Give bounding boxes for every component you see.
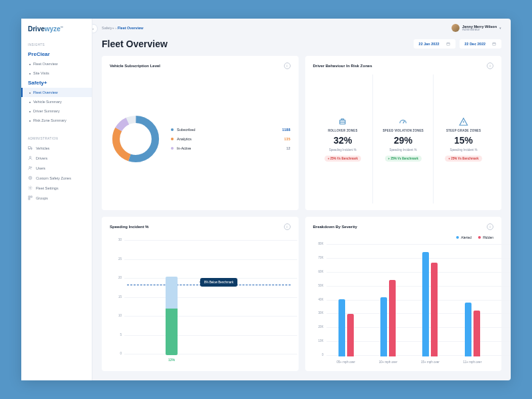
card-title: Speeding Incident % — [110, 225, 149, 229]
breadcrumb-parent[interactable]: Safety+ — [102, 26, 114, 30]
warning-triangle-icon — [459, 117, 468, 126]
zone-value: 32% — [333, 135, 352, 146]
date-to-value: 22 Dec 2022 — [465, 42, 486, 46]
x-category: 11+ mph over — [463, 361, 481, 364]
svg-point-3 — [29, 156, 31, 158]
info-icon[interactable]: i — [284, 223, 291, 230]
nav-category-preclear[interactable]: PreClear — [21, 49, 92, 59]
nav-preclear-site-visits[interactable]: Site Visits — [21, 68, 92, 78]
svg-point-4 — [29, 166, 31, 168]
y-tick: 20K — [313, 325, 324, 329]
date-range: 22 Jan 2022 22 Dec 2022 — [414, 39, 501, 49]
svg-rect-0 — [28, 147, 31, 149]
bar-alerted — [338, 299, 345, 356]
zone-steep-grade: STEEP GRADE ZONES 15% Speeding Incident … — [434, 74, 493, 203]
card-speeding: Speeding Incident % i 30 25 20 15 10 5 0 — [102, 217, 299, 371]
bar-group: 05+ mph over — [338, 242, 354, 356]
zone-sublabel: Speeding Incident % — [390, 148, 417, 152]
topbar: ‹ Safety+ › Fleet Overview Jenny Merry W… — [92, 19, 511, 37]
svg-point-8 — [30, 188, 31, 189]
breakdown-chart: Alerted Ridden 80K 70K 60K 50K 40K 30K 2… — [313, 235, 494, 364]
nav-admin-label: Vehicles — [36, 146, 50, 150]
nav-preclear-fleet-overview[interactable]: Fleet Overview — [21, 59, 92, 68]
svg-point-7 — [30, 178, 31, 179]
legend-dot — [171, 138, 174, 140]
legend-dot — [171, 147, 174, 150]
zone-badge: + 25% Vs Benchmark — [325, 156, 361, 162]
bar-group: 11+ mph over — [465, 242, 480, 356]
zone-badge: + 25% Vs Benchmark — [445, 156, 481, 162]
nav-admin-label: Users — [36, 166, 45, 170]
info-icon[interactable]: i — [487, 223, 493, 230]
calendar-icon — [446, 42, 450, 46]
date-to-picker[interactable]: 22 Dec 2022 — [460, 39, 502, 49]
card-subscription: Vehicle Subscription Level i Subscribed1… — [102, 56, 299, 210]
nav-safety-driver-summary[interactable]: Driver Summary — [21, 106, 92, 116]
card-title: Breakdown By Severity — [313, 225, 358, 229]
nav-admin-users[interactable]: Users — [21, 163, 92, 173]
admin-section-label: ADMINISTRATION — [21, 133, 92, 143]
legend-row: Analytics135 — [171, 137, 291, 141]
legend-label: Subscribed — [177, 128, 196, 132]
zone-badge: + 25% Vs Benchmark — [385, 156, 422, 162]
date-from-value: 22 Jan 2022 — [419, 42, 440, 46]
avatar — [452, 24, 460, 32]
svg-point-5 — [31, 167, 31, 168]
info-icon[interactable]: i — [284, 63, 291, 69]
bar-alerted — [380, 297, 387, 356]
breadcrumb-current: Fleet Overview — [118, 26, 144, 30]
legend-dot — [478, 236, 481, 239]
breadcrumb-sep: › — [115, 26, 116, 30]
nav-safety-risk-zone-summary[interactable]: Risk Zone Summary — [21, 116, 92, 125]
gear-icon — [28, 186, 33, 190]
page-title: Fleet Overview — [102, 39, 168, 49]
chevron-down-icon: ▾ — [499, 26, 501, 30]
speeding-bar: 12% — [166, 238, 178, 355]
user-icon — [28, 156, 33, 160]
legend-value: 135 — [284, 137, 290, 141]
x-category: 15+ mph over — [421, 361, 440, 364]
x-category: 05+ mph over — [336, 361, 355, 364]
nav-admin-settings[interactable]: Fleet Settings — [21, 183, 92, 193]
user-text: Jenny Merry Wilson Administrator — [462, 25, 497, 32]
svg-rect-13 — [493, 43, 496, 45]
y-tick: 80K — [313, 242, 324, 245]
y-tick: 15 — [110, 295, 122, 299]
y-tick: 60K — [313, 270, 324, 273]
legend-value: 1188 — [282, 128, 290, 132]
y-tick: 50K — [313, 284, 324, 287]
nav-admin-groups[interactable]: Groups — [21, 193, 92, 203]
zone-value: 29% — [394, 135, 412, 146]
chevron-left-icon: ‹ — [92, 27, 94, 31]
zone-label: STEEP GRADE ZONES — [446, 129, 481, 132]
breadcrumb: Safety+ › Fleet Overview — [102, 26, 144, 30]
legend-dot — [456, 236, 459, 239]
card-title: Driver Behaviour In Risk Zones — [313, 64, 372, 68]
brand-part2: wyze — [45, 25, 61, 33]
subscription-donut-chart — [110, 113, 162, 165]
legend-dot — [171, 128, 174, 131]
nav-admin-label: Drivers — [36, 156, 47, 160]
zones-row: ROLLOVER ZONES 32% Speeding Incident % +… — [313, 74, 494, 203]
subscription-legend: Subscribed1188 Analytics135 In-Active12 — [171, 128, 291, 150]
nav-admin-vehicles[interactable]: Vehicles — [21, 143, 92, 153]
nav-admin-zones[interactable]: Custom Safety Zones — [21, 173, 92, 183]
sidebar-collapse-button[interactable]: ‹ — [92, 24, 98, 33]
y-axis: 30 25 20 15 10 5 0 — [110, 238, 122, 355]
nav-safety-vehicle-summary[interactable]: Vehicle Summary — [21, 97, 92, 106]
date-from-picker[interactable]: 22 Jan 2022 — [414, 39, 456, 49]
zone-label: ROLLOVER ZONES — [328, 129, 358, 132]
user-menu[interactable]: Jenny Merry Wilson Administrator ▾ — [452, 24, 501, 32]
nav-admin-drivers[interactable]: Drivers — [21, 153, 92, 163]
rollover-icon — [338, 117, 347, 126]
info-icon[interactable]: i — [487, 63, 493, 69]
benchmark-tooltip: 8% Below Benchmark — [200, 278, 237, 287]
y-tick: 25 — [110, 257, 122, 261]
legend-label: Analytics — [177, 137, 192, 141]
nav-category-safety[interactable]: Safety+ — [21, 78, 92, 88]
legend-value: 12 — [286, 146, 290, 150]
bar-alerted — [422, 252, 429, 356]
nav-safety-fleet-overview[interactable]: Fleet Overview — [21, 88, 92, 97]
main-area: ‹ Safety+ › Fleet Overview Jenny Merry W… — [92, 19, 511, 380]
truck-icon — [28, 146, 33, 150]
